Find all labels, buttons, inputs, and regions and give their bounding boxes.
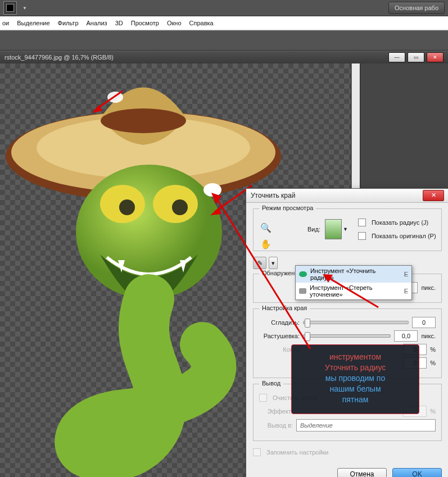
group-legend: Вывод: [259, 380, 283, 387]
svg-line-17: [327, 277, 378, 307]
output-combobox[interactable]: Выделение: [296, 419, 436, 431]
workspace-switcher[interactable]: Основная рабо: [388, 2, 445, 14]
feather-value-field[interactable]: 0,0: [394, 330, 418, 342]
show-original-label: Показать оригинал (P): [372, 233, 436, 239]
unit-label: пикс.: [421, 333, 436, 339]
dialog-close-button[interactable]: ✕: [423, 190, 444, 201]
output-to-label: Вывод в:: [259, 422, 293, 429]
document-title: rstock_94477966.jpg @ 16,7% (RGB/8): [4, 54, 114, 61]
show-radius-checkbox[interactable]: [358, 219, 366, 226]
remember-checkbox[interactable]: [253, 448, 261, 456]
document-titlebar: rstock_94477966.jpg @ 16,7% (RGB/8) — ▭ …: [0, 51, 448, 63]
annotation-arrow: [89, 88, 128, 116]
menu-item[interactable]: Анализ: [87, 20, 107, 26]
unit-label: %: [430, 346, 436, 353]
unit-label: %: [430, 408, 436, 415]
effect-label: Эффект:: [259, 408, 293, 415]
view-thumbnail[interactable]: [325, 219, 342, 239]
decontaminate-checkbox[interactable]: [259, 394, 267, 402]
show-original-checkbox[interactable]: [358, 232, 366, 240]
callout-line: Уточнить радиус: [296, 362, 414, 373]
svg-point-8: [172, 199, 188, 215]
callout-line: пятнам: [296, 394, 414, 405]
menu-item[interactable]: Просмотр: [131, 20, 159, 26]
foreground-swatch[interactable]: [3, 1, 17, 15]
menu-item[interactable]: Справка: [189, 20, 214, 26]
svg-line-19: [216, 197, 310, 349]
chevron-down-icon[interactable]: ▼: [343, 226, 348, 232]
window-close-button[interactable]: ✕: [427, 52, 444, 62]
show-radius-label: Показать радиус (J): [372, 219, 428, 226]
app-root: ▼ Основная рабо ои Выделение Фильтр Анал…: [0, 0, 448, 477]
tool-options-strip: [0, 30, 448, 51]
shortcut-label: E: [404, 271, 408, 278]
workspace-stage: Уточнить край ✕ Режим просмотра 🔍 ✋ Вид:: [0, 63, 448, 477]
callout-line: мы проводим по: [296, 373, 414, 384]
menu-item[interactable]: 3D: [115, 20, 123, 26]
options-bar: ▼ Основная рабо: [0, 0, 448, 16]
window-maximize-button[interactable]: ▭: [408, 52, 424, 62]
menu-item[interactable]: Выделение: [17, 20, 49, 26]
menu-item[interactable]: Фильтр: [58, 20, 79, 26]
annotation-arrow: [319, 272, 387, 317]
menu-item[interactable]: ои: [2, 20, 9, 26]
menu-bar: ои Выделение Фильтр Анализ 3D Просмотр О…: [0, 16, 448, 30]
ok-button[interactable]: OK: [392, 468, 442, 477]
unit-label: пикс.: [421, 284, 436, 291]
cancel-button[interactable]: Отмена: [337, 468, 387, 477]
remember-label: Запомнить настройки: [266, 449, 329, 456]
swatch-dropdown-icon[interactable]: ▼: [22, 6, 27, 11]
svg-point-7: [119, 199, 135, 215]
shortcut-label: E: [404, 288, 408, 294]
menu-item[interactable]: Окно: [167, 20, 182, 26]
annotation-arrow: [209, 192, 322, 360]
svg-marker-18: [323, 274, 333, 283]
unit-label: %: [430, 360, 436, 366]
smooth-value-field[interactable]: 0: [412, 317, 436, 328]
callout-line: нашим белым: [296, 384, 414, 394]
window-minimize-button[interactable]: —: [388, 52, 405, 62]
